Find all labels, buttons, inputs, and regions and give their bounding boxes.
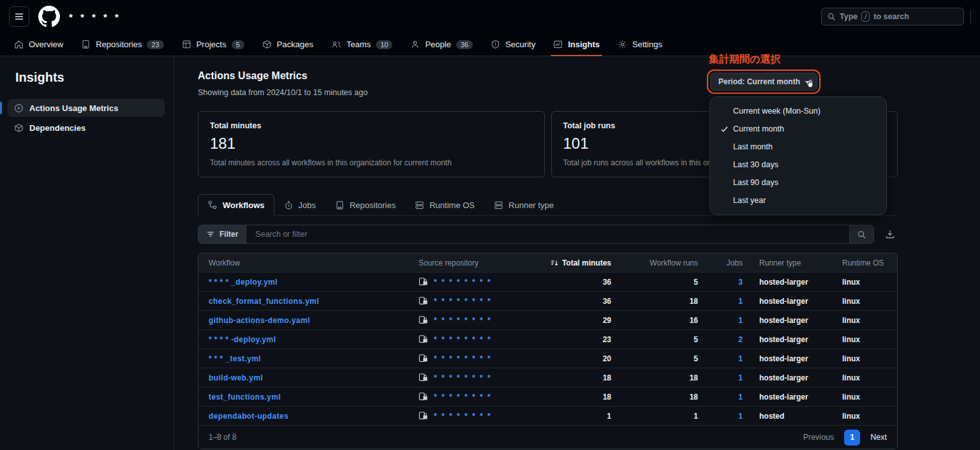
total-minutes-cell: 29	[545, 316, 611, 325]
jobs-link[interactable]: 1	[698, 316, 743, 325]
metrics-tab[interactable]: Jobs	[274, 195, 325, 216]
source-repository-name: * * * * * * * *	[434, 278, 492, 287]
download-button[interactable]	[882, 227, 898, 242]
org-name[interactable]: * * * * *	[69, 11, 121, 22]
pagination-page-1[interactable]: 1	[844, 430, 860, 446]
jobs-link[interactable]: 3	[698, 278, 743, 287]
workflow-link[interactable]: dependabot-updates	[209, 412, 419, 421]
workflow-link[interactable]: * * * * _deploy.yml	[209, 278, 419, 287]
tab-label: Repositories	[350, 200, 396, 210]
home-icon	[14, 40, 24, 49]
source-repository-cell[interactable]: * * * * * * * *	[419, 373, 545, 382]
org-nav-item[interactable]: Repositories 23	[75, 33, 170, 56]
filter-search-input[interactable]	[246, 225, 873, 243]
org-nav-item[interactable]: Settings	[611, 33, 669, 56]
sidebar-item[interactable]: Actions Usage Metrics	[8, 99, 165, 117]
card-title: Total minutes	[210, 121, 533, 130]
period-dropdown-option[interactable]: Current month	[710, 120, 886, 138]
org-nav-item[interactable]: Overview	[8, 33, 70, 56]
download-icon	[885, 229, 895, 239]
package-icon	[14, 123, 24, 133]
jobs-link[interactable]: 1	[698, 354, 743, 363]
table-row: check_format_functions.yml * * * * * * *…	[198, 291, 897, 310]
jobs-link[interactable]: 1	[698, 393, 743, 401]
workflow-link[interactable]: build-web.yml	[209, 373, 419, 382]
filter-search-button[interactable]	[849, 225, 873, 243]
source-repository-cell[interactable]: * * * * * * * *	[419, 411, 545, 421]
source-repository-cell[interactable]: * * * * * * * *	[419, 315, 545, 325]
period-dropdown-button[interactable]: Period: Current month	[710, 73, 817, 91]
jobs-link[interactable]: 1	[698, 297, 743, 306]
project-icon	[182, 40, 191, 49]
table-row: * * * * -deploy.yml * * * * * * * * 23 5…	[198, 329, 897, 349]
tab-label: Runtime OS	[429, 200, 475, 210]
period-option-label: Last month	[733, 142, 773, 151]
search-icon	[827, 12, 836, 21]
workflow-link[interactable]: check_format_functions.yml	[209, 297, 419, 306]
source-repository-cell[interactable]: * * * * * * * *	[419, 354, 545, 363]
col-header-workflow-runs[interactable]: Workflow runs	[611, 259, 698, 267]
period-dropdown-option[interactable]: Current week (Mon-Sun)	[710, 102, 886, 120]
source-repository-cell[interactable]: * * * * * * * *	[419, 392, 545, 401]
global-search-input[interactable]: Type / to search	[821, 8, 964, 26]
sidebar-title: Insights	[0, 70, 174, 85]
period-dropdown-option[interactable]: Last 30 days	[710, 156, 886, 174]
col-header-runtime-os[interactable]: Runtime OS	[826, 259, 887, 267]
source-repository-name: * * * * * * * *	[434, 373, 492, 382]
repo-icon	[335, 200, 345, 210]
org-nav-item[interactable]: People 36	[404, 33, 479, 56]
col-header-source-repository[interactable]: Source repository	[419, 259, 545, 267]
metrics-tab[interactable]: Repositories	[325, 195, 405, 216]
metrics-tab[interactable]: Runtime OS	[405, 195, 484, 216]
pagination-next[interactable]: Next	[870, 433, 887, 442]
play-circle-icon	[14, 103, 24, 113]
org-nav-item[interactable]: Insights	[547, 33, 606, 56]
source-repository-cell[interactable]: * * * * * * * *	[419, 296, 545, 306]
tab-label: Workflows	[223, 200, 265, 210]
pagination-bar: 1–8 of 8 Previous 1 Next	[198, 425, 897, 449]
sidebar-item[interactable]: Dependencies	[8, 119, 165, 137]
workflow-link[interactable]: github-actions-demo.yaml	[209, 316, 419, 325]
col-header-jobs[interactable]: Jobs	[698, 259, 743, 267]
filter-icon	[206, 230, 215, 239]
card-value: 181	[210, 135, 533, 153]
col-header-total-minutes[interactable]: Total minutes	[545, 259, 611, 267]
period-dropdown-menu: Current week (Mon-Sun) Current month	[709, 96, 887, 215]
runner-type-cell: hosted-larger	[743, 278, 826, 287]
workflow-link[interactable]: * * * _test.yml	[209, 354, 419, 363]
col-header-workflow[interactable]: Workflow	[209, 259, 419, 267]
source-repository-cell[interactable]: * * * * * * * *	[419, 334, 545, 344]
shield-icon	[491, 40, 500, 49]
hamburger-menu-button[interactable]	[9, 6, 29, 27]
org-nav-item[interactable]: Packages	[256, 33, 320, 56]
org-nav-item[interactable]: Security	[484, 33, 542, 56]
period-dropdown-option[interactable]: Last 90 days	[710, 174, 886, 191]
runtime-os-cell: linux	[826, 297, 887, 306]
total-minutes-cell: 1	[545, 412, 611, 421]
jobs-link[interactable]: 2	[698, 335, 743, 344]
table-row: dependabot-updates * * * * * * * * 1 1 1…	[198, 406, 897, 425]
metrics-tab[interactable]: Runner type	[484, 195, 563, 216]
private-repo-lock-icon	[419, 411, 428, 421]
org-nav-item[interactable]: Projects 5	[175, 33, 251, 56]
workflow-runs-cell: 16	[611, 316, 698, 325]
filter-button[interactable]: Filter	[198, 225, 246, 243]
jobs-link[interactable]: 1	[698, 373, 743, 382]
org-nav-item-label: Settings	[632, 40, 662, 49]
github-logo[interactable]	[38, 6, 60, 27]
period-dropdown-option[interactable]: Last month	[710, 138, 886, 156]
period-dropdown-option[interactable]: Last year	[710, 191, 886, 209]
col-header-runner-type[interactable]: Runner type	[743, 259, 826, 267]
org-nav-item-count: 5	[232, 40, 244, 49]
workflow-runs-cell: 5	[611, 278, 698, 287]
org-nav-item[interactable]: Teams 10	[325, 33, 399, 56]
workflow-link[interactable]: * * * * -deploy.yml	[209, 335, 419, 344]
source-repository-name: * * * * * * * *	[434, 412, 492, 421]
jobs-link[interactable]: 1	[698, 412, 743, 421]
pagination-previous[interactable]: Previous	[803, 433, 835, 442]
source-repository-cell[interactable]: * * * * * * * *	[419, 277, 545, 287]
runner-type-cell: hosted-larger	[743, 354, 826, 363]
metrics-tab[interactable]: Workflows	[198, 194, 274, 216]
workflow-link[interactable]: test_functions.yml	[209, 393, 419, 401]
graph-icon	[553, 40, 563, 49]
